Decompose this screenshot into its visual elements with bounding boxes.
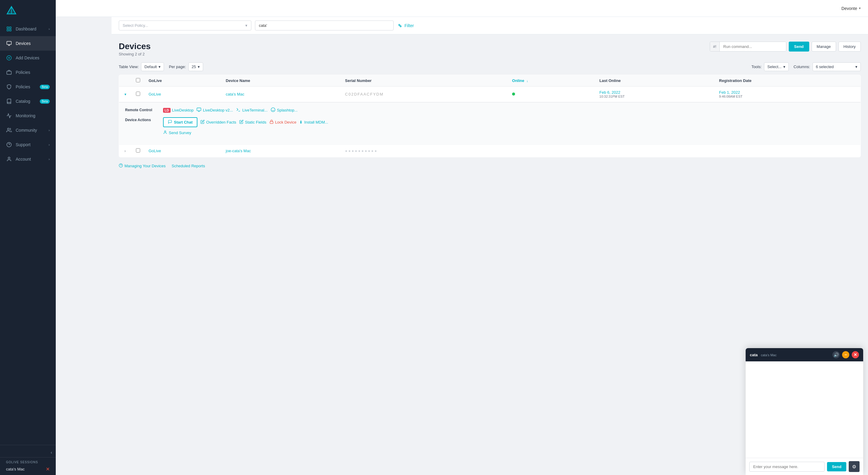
chat-settings-button[interactable]: ⚙ xyxy=(849,461,860,472)
sidebar-item-label: Add Devices xyxy=(16,56,50,60)
filter-icon xyxy=(397,23,403,28)
golive-device-item[interactable]: cata's Mac ✕ xyxy=(6,466,50,472)
tools-label: Tools: xyxy=(751,64,762,69)
device-actions-label: Device Actions xyxy=(125,117,158,122)
sidebar-item-monitoring[interactable]: Monitoring xyxy=(0,108,56,123)
filter-button[interactable]: Filter xyxy=(397,23,414,28)
page-actions: #! Send Manage History xyxy=(710,41,861,52)
splashtop-link[interactable]: Splashtop... xyxy=(271,107,298,113)
col-last-online-header: Last Online xyxy=(595,75,715,87)
manage-button[interactable]: Manage xyxy=(812,41,836,52)
live-terminal-link[interactable]: LiveTerminal... xyxy=(236,107,268,113)
policy-placeholder: Select Policy... xyxy=(123,23,148,28)
columns-select[interactable]: 6 selected ▾ xyxy=(812,62,861,71)
row-expand-arrow[interactable]: › xyxy=(123,148,127,154)
table-controls: Table View: Default ▾ Per page: 25 ▾ Too… xyxy=(119,62,861,71)
send-survey-link[interactable]: Send Survey xyxy=(163,130,328,135)
users-icon xyxy=(6,127,12,133)
sidebar-item-catalog[interactable]: Catalog Beta xyxy=(0,94,56,108)
user-menu-chevron: ▾ xyxy=(859,6,861,10)
col-online-header[interactable]: Online ↓ xyxy=(508,75,595,87)
reg-date-row1[interactable]: Feb 1, 2022 xyxy=(719,90,740,95)
svg-point-26 xyxy=(164,131,166,132)
sidebar-item-label: Dashboard xyxy=(16,27,49,31)
sidebar-item-add-devices[interactable]: Add Devices xyxy=(0,51,56,65)
row-checkbox[interactable] xyxy=(136,148,140,153)
sidebar-item-devices[interactable]: Devices xyxy=(0,36,56,51)
table-view-label: Table View: xyxy=(119,64,138,69)
last-online-date-row1[interactable]: Feb 6, 2022 xyxy=(599,90,620,95)
live-desktop-link[interactable]: LD LiveDesktop xyxy=(163,108,193,113)
per-page-value: 25 xyxy=(192,64,196,69)
sidebar-item-support[interactable]: Support › xyxy=(0,137,56,152)
sidebar: Dashboard › Devices Add Devices xyxy=(0,0,56,475)
tools-select[interactable]: Select... ▾ xyxy=(764,62,789,71)
device-name-link-row1[interactable]: cata's Mac xyxy=(226,92,244,96)
serial-number-row1: C02DFAACFYDM xyxy=(345,92,384,96)
sidebar-item-dashboard[interactable]: Dashboard › xyxy=(0,22,56,36)
history-button[interactable]: History xyxy=(838,41,861,52)
managing-devices-link[interactable]: Managing Your Devices xyxy=(119,163,166,168)
chat-message-input[interactable] xyxy=(749,462,825,472)
row-checkbox[interactable] xyxy=(136,92,140,96)
golive-link-row1[interactable]: GoLive xyxy=(149,92,161,96)
static-fields-link[interactable]: Static Fields xyxy=(239,120,267,125)
device-name-link-row2[interactable]: joe-cata's Mac xyxy=(226,149,251,153)
collapse-button[interactable]: ‹ xyxy=(51,450,52,455)
user-menu[interactable]: Devonte ▾ xyxy=(841,6,861,11)
table-row: ▾ GoLive cata's Mac C02DFAACFYDM xyxy=(119,87,861,102)
scheduled-reports-link[interactable]: Scheduled Reports xyxy=(172,163,205,168)
survey-icon xyxy=(163,130,167,135)
table-view-select[interactable]: Default ▾ xyxy=(141,62,164,71)
book-icon xyxy=(6,98,12,104)
golive-device-close[interactable]: ✕ xyxy=(46,466,50,472)
sidebar-item-label: Community xyxy=(16,128,49,133)
chat-device-name: cata xyxy=(750,353,758,357)
sidebar-item-policies[interactable]: Policies xyxy=(0,65,56,80)
policy-chevron-icon: ▾ xyxy=(245,23,247,28)
sidebar-item-community[interactable]: Community › xyxy=(0,123,56,137)
page-header: Devices Showing 2 of 2 #! Send Manage Hi… xyxy=(119,41,861,56)
chat-close-button[interactable]: ✕ xyxy=(852,351,859,358)
send-button[interactable]: Send xyxy=(789,41,809,52)
screen-icon xyxy=(196,107,201,113)
chat-minimize-button[interactable]: − xyxy=(842,351,849,358)
select-all-checkbox[interactable] xyxy=(136,78,140,82)
golive-link-row2[interactable]: GoLive xyxy=(149,149,161,153)
install-mdm-link[interactable]: ⬇ Install MDM... xyxy=(299,120,328,124)
sidebar-item-account[interactable]: Account › xyxy=(0,152,56,166)
overridden-facts-link[interactable]: Overridden Facts xyxy=(200,120,236,125)
page-title: Devices xyxy=(119,41,151,51)
sidebar-item-label: Policies xyxy=(16,70,50,75)
golive-section-label: GOLIVE SESSIONS xyxy=(6,461,50,464)
per-page-select[interactable]: 25 ▾ xyxy=(188,62,203,71)
ld-icon: LD xyxy=(163,108,170,113)
row-expand-arrow[interactable]: ▾ xyxy=(123,91,127,98)
svg-rect-4 xyxy=(10,27,11,28)
svg-point-17 xyxy=(8,157,10,159)
expanded-content-row: Remote Control LD LiveDesktop xyxy=(119,102,861,145)
device-actions-group: Start Chat Overridden Facts xyxy=(163,117,328,127)
search-input[interactable] xyxy=(255,21,394,30)
user-icon xyxy=(6,156,12,162)
install-icon: ⬇ xyxy=(299,120,303,124)
svg-rect-3 xyxy=(7,27,8,28)
columns-label: Columns: xyxy=(794,64,810,69)
start-chat-button[interactable]: Start Chat xyxy=(163,117,197,127)
sidebar-item-policies-beta[interactable]: Policies Beta xyxy=(0,80,56,94)
live-desktop-v2-link[interactable]: LiveDesktop v2... xyxy=(196,107,233,113)
sidebar-item-label: Account xyxy=(16,157,49,162)
lock-device-link[interactable]: Lock Device xyxy=(270,120,297,125)
sort-arrow-icon: ↓ xyxy=(527,79,528,83)
remote-control-label: Remote Control xyxy=(125,107,158,112)
lock-icon xyxy=(270,120,274,125)
sidebar-collapse-control[interactable]: ‹ xyxy=(0,448,56,457)
remote-actions-group: LD LiveDesktop LiveDesktop v2... xyxy=(163,107,298,113)
reg-date-time-row1: 9:46:08AM EST xyxy=(719,95,856,98)
command-input[interactable] xyxy=(720,42,786,51)
chat-send-button[interactable]: Send xyxy=(827,462,846,471)
table-row: › GoLive joe-cata's Mac ●●●●●●●●●● xyxy=(119,145,861,157)
policy-select[interactable]: Select Policy... ▾ xyxy=(119,21,251,30)
chat-volume-button[interactable]: 🔊 xyxy=(832,351,840,358)
svg-rect-21 xyxy=(197,108,201,110)
